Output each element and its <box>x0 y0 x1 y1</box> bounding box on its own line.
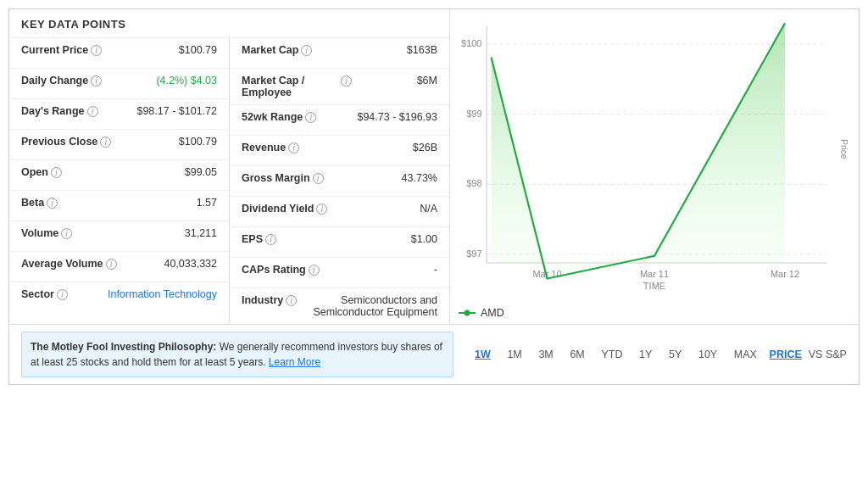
data-value: 1.57 <box>197 197 217 209</box>
info-icon[interactable]: i <box>341 75 352 86</box>
price-button[interactable]: PRICE <box>770 349 802 360</box>
svg-marker-15 <box>492 23 786 278</box>
data-value: Semiconductors and Semiconductor Equipme… <box>297 294 437 318</box>
time-btn-3m[interactable]: 3M <box>534 347 557 362</box>
info-icon[interactable]: i <box>91 75 102 86</box>
info-icon[interactable]: i <box>286 295 297 306</box>
data-row: Open i$99.05 <box>9 160 229 191</box>
info-icon[interactable]: i <box>288 142 299 153</box>
time-btn-5y[interactable]: 5Y <box>665 347 686 362</box>
time-btn-max[interactable]: MAX <box>730 347 761 362</box>
data-value: $1.00 <box>411 233 437 245</box>
time-nav: 1W1M3M6MYTD1Y5Y10YMAXPRICEVS S&P <box>453 347 847 362</box>
data-row: CAPs Rating i- <box>230 258 449 288</box>
data-label: Sector i <box>21 288 68 300</box>
svg-text:Mar 11: Mar 11 <box>640 269 669 279</box>
legend-line-amd <box>459 312 476 314</box>
svg-text:$98: $98 <box>466 179 481 189</box>
svg-text:Price: Price <box>839 139 849 159</box>
data-value: N/A <box>420 203 437 215</box>
info-icon[interactable]: i <box>316 204 327 215</box>
data-value[interactable]: Information Technology <box>108 288 217 300</box>
info-icon[interactable]: i <box>301 45 312 56</box>
data-row: Daily Change i(4.2%) $4.03 <box>9 69 229 99</box>
price-vs-section: PRICEVS S&P <box>770 349 847 360</box>
data-label: Day's Range i <box>21 105 98 117</box>
data-value: $163B <box>407 44 437 56</box>
time-btn-1m[interactable]: 1M <box>503 347 526 362</box>
data-value: - <box>434 264 437 276</box>
chart-legend: AMD <box>459 302 850 324</box>
chart-area: $97 $98 $99 $100 Mar 10 Mar 11 Mar 12 Pr… <box>459 18 850 302</box>
data-label: Beta i <box>21 197 58 209</box>
data-row: Sector iInformation Technology <box>9 282 229 313</box>
data-value: $26B <box>413 142 437 153</box>
info-icon[interactable]: i <box>106 259 117 270</box>
data-value: 31,211 <box>185 227 217 239</box>
data-value: $6M <box>417 75 437 86</box>
data-value: 43.73% <box>402 172 437 184</box>
info-icon[interactable]: i <box>61 228 72 239</box>
key-data-title: KEY DATA POINTS <box>9 9 449 38</box>
data-value: (4.2%) $4.03 <box>156 75 217 86</box>
time-btn-6m[interactable]: 6M <box>565 347 588 362</box>
data-row: 52wk Range i$94.73 - $196.93 <box>230 105 449 136</box>
svg-text:$100: $100 <box>461 38 482 48</box>
motley-fool-bold: The Motley Fool Investing Philosophy: <box>31 341 216 353</box>
data-row: Current Price i$100.79 <box>9 38 229 69</box>
data-label: Market Cap / Employee i <box>242 75 352 98</box>
data-label: Market Cap i <box>242 44 312 56</box>
chart-panel: $97 $98 $99 $100 Mar 10 Mar 11 Mar 12 Pr… <box>450 9 859 324</box>
data-row: EPS i$1.00 <box>230 227 449 258</box>
svg-text:Mar 12: Mar 12 <box>771 269 799 279</box>
data-value: $98.17 - $101.72 <box>136 105 217 117</box>
info-icon[interactable]: i <box>305 112 316 123</box>
info-icon[interactable]: i <box>313 173 324 184</box>
data-row: Revenue i$26B <box>230 136 449 166</box>
data-label: Gross Margin i <box>242 172 324 184</box>
data-label: Volume i <box>21 227 72 239</box>
info-icon[interactable]: i <box>87 106 98 117</box>
data-col-left: Current Price i$100.79Daily Change i(4.2… <box>9 38 229 324</box>
legend-label-amd: AMD <box>481 307 504 319</box>
price-chart: $97 $98 $99 $100 Mar 10 Mar 11 Mar 12 Pr… <box>459 18 850 289</box>
info-icon[interactable]: i <box>265 234 276 245</box>
motley-fool-note: The Motley Fool Investing Philosophy: We… <box>21 332 453 377</box>
data-row: Dividend Yield iN/A <box>230 197 449 227</box>
info-icon[interactable]: i <box>57 289 68 300</box>
data-label: Daily Change i <box>21 75 102 86</box>
time-btn-ytd[interactable]: YTD <box>597 347 626 362</box>
info-icon[interactable]: i <box>100 137 111 148</box>
svg-text:TIME: TIME <box>643 281 665 289</box>
vs-sp-button[interactable]: VS S&P <box>809 349 847 360</box>
data-label: EPS i <box>242 233 276 245</box>
info-icon[interactable]: i <box>309 265 320 276</box>
data-value: $99.05 <box>185 166 217 178</box>
learn-more-link[interactable]: Learn More <box>269 356 320 368</box>
data-label: Open i <box>21 166 62 178</box>
info-icon[interactable]: i <box>51 167 62 178</box>
data-value: $100.79 <box>179 136 217 148</box>
info-icon[interactable]: i <box>47 198 58 209</box>
data-row: Industry iSemiconductors and Semiconduct… <box>230 288 449 324</box>
time-btn-1w[interactable]: 1W <box>470 347 495 362</box>
time-btn-10y[interactable]: 10Y <box>694 347 721 362</box>
svg-text:$97: $97 <box>466 248 481 259</box>
key-data-panel: KEY DATA POINTS Current Price i$100.79Da… <box>9 9 450 324</box>
data-label: Current Price i <box>21 44 102 56</box>
data-value: 40,033,332 <box>164 258 217 270</box>
data-label: CAPs Rating i <box>242 264 320 276</box>
data-row: Market Cap / Employee i$6M <box>230 69 449 105</box>
data-row: Beta i1.57 <box>9 191 229 221</box>
data-label: Revenue i <box>242 142 299 153</box>
data-row: Volume i31,211 <box>9 221 229 252</box>
data-row: Day's Range i$98.17 - $101.72 <box>9 99 229 130</box>
bottom-bar: The Motley Fool Investing Philosophy: We… <box>9 324 859 384</box>
info-icon[interactable]: i <box>91 45 102 56</box>
data-grid: Current Price i$100.79Daily Change i(4.2… <box>9 38 449 324</box>
data-label: Dividend Yield i <box>242 203 327 215</box>
time-btn-1y[interactable]: 1Y <box>635 347 656 362</box>
data-row: Market Cap i$163B <box>230 38 449 69</box>
data-value: $94.73 - $196.93 <box>357 111 437 123</box>
data-row: Average Volume i40,033,332 <box>9 252 229 282</box>
